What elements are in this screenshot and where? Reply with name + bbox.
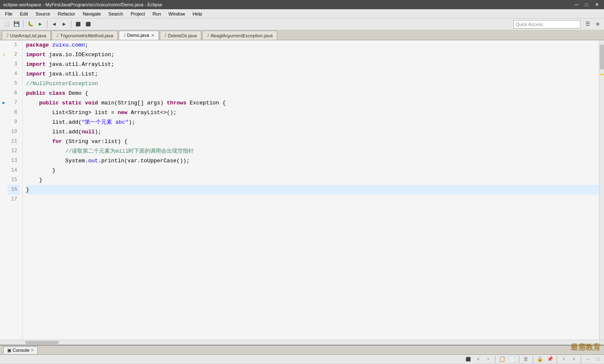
code-line-12: //读取第二个元素为mill时下面的调用会出现空指针 bbox=[26, 146, 599, 156]
gutter-row-8 bbox=[0, 108, 8, 117]
quick-access-input[interactable]: Quick Access bbox=[513, 20, 581, 29]
code-line-8: List<String> list = new ArrayList<>(); bbox=[26, 108, 599, 117]
tab-close-button[interactable]: ✕ bbox=[151, 33, 154, 38]
tab-usearraylist[interactable]: J UseArrayList.java bbox=[2, 31, 51, 40]
line-num-12: 12 bbox=[8, 146, 20, 156]
line-num-8: 8 bbox=[8, 108, 20, 117]
new-button[interactable]: ⬜ bbox=[2, 20, 11, 29]
maximize-button[interactable]: □ bbox=[583, 2, 590, 8]
console-maximize-btn[interactable]: □ bbox=[593, 355, 602, 364]
title-controls[interactable]: ─ □ ✕ bbox=[573, 2, 601, 8]
toolbar-separator-3 bbox=[71, 21, 71, 28]
console-stop-btn[interactable]: ⬛ bbox=[463, 355, 473, 364]
code-line-2: import java.io.IOException; bbox=[26, 50, 599, 60]
code-line-7: public static void main(String[] args) t… bbox=[26, 98, 599, 108]
code-editor[interactable]: package zuixu.comn; import java.io.IOExc… bbox=[23, 40, 599, 340]
console-sep4 bbox=[557, 356, 557, 363]
toolbar: ⬜ 💾 🐛 ▶ ◀ ▶ ⬛ ⬛ Quick Access ☰ ⚙ bbox=[0, 18, 604, 30]
scroll-marker-warn bbox=[600, 74, 604, 75]
code-line-9: list.add("第一个元素 abc"); bbox=[26, 117, 599, 127]
console-expand-btn[interactable]: ⬆ bbox=[559, 355, 568, 364]
menu-navigate[interactable]: Navigate bbox=[79, 10, 104, 17]
h-scrollbar[interactable] bbox=[0, 340, 604, 345]
line-num-11: 11 bbox=[8, 137, 20, 146]
tab-label: DeleteDir.java bbox=[168, 33, 197, 38]
menu-source[interactable]: Source bbox=[32, 10, 54, 17]
tab-deletedir[interactable]: J DeleteDir.java bbox=[160, 31, 201, 40]
tab-label: UseArrayList.java bbox=[10, 33, 46, 38]
java-file-icon: J bbox=[6, 33, 8, 38]
gutter-row-10 bbox=[0, 127, 8, 137]
menu-refactor[interactable]: Refactor bbox=[55, 10, 79, 17]
line-num-9: 9 bbox=[8, 117, 20, 127]
gutter-row-3 bbox=[0, 60, 8, 69]
menu-search[interactable]: Search bbox=[105, 10, 127, 17]
java-file-icon3: J bbox=[123, 33, 125, 38]
console-tab[interactable]: ▣ Console ✕ bbox=[3, 346, 38, 354]
line-num-15: 15 bbox=[8, 175, 20, 185]
toolbar-right2[interactable]: ⚙ bbox=[593, 20, 602, 29]
editor-scrollbar[interactable] bbox=[599, 40, 604, 340]
tab-demo[interactable]: J Demo.java ✕ bbox=[119, 31, 159, 40]
line-num-2: 2 bbox=[8, 50, 20, 60]
prev-edit-button[interactable]: ◀ bbox=[49, 20, 59, 29]
tabs-bar: J UseArrayList.java J TrigonometricMetho… bbox=[0, 30, 604, 40]
menu-project[interactable]: Project bbox=[127, 10, 148, 17]
line-num-13: 13 bbox=[8, 156, 20, 166]
tab-trigonometric[interactable]: J TrigonometricMethod.java bbox=[52, 31, 118, 40]
console-minimize-btn[interactable]: — bbox=[583, 355, 592, 364]
code-line-17 bbox=[26, 195, 599, 204]
code-line-1: package zuixu.comn; bbox=[26, 40, 599, 50]
console-paste-btn[interactable]: 📄 bbox=[508, 355, 517, 364]
console-icon: ▣ bbox=[7, 348, 11, 353]
toolbar-extra1[interactable]: ⬛ bbox=[73, 20, 83, 29]
console-collapse-btn[interactable]: ⬇ bbox=[569, 355, 578, 364]
exec-arrow-icon: ▶ bbox=[3, 98, 5, 108]
java-file-icon4: J bbox=[164, 33, 167, 38]
tab-label: TrigonometricMethod.java bbox=[60, 33, 113, 38]
menu-edit[interactable]: Edit bbox=[17, 10, 31, 17]
console-pin-btn[interactable]: 📌 bbox=[545, 355, 555, 364]
menu-run[interactable]: Run bbox=[149, 10, 164, 17]
editor-gutter: ⚠ ▶ bbox=[0, 40, 8, 340]
toolbar-separator-1 bbox=[23, 21, 23, 28]
toolbar-right1[interactable]: ☰ bbox=[583, 20, 592, 29]
minimize-button[interactable]: ─ bbox=[573, 2, 580, 8]
gutter-row-5 bbox=[0, 79, 8, 88]
next-edit-button[interactable]: ▶ bbox=[60, 20, 69, 29]
console-terminate-btn[interactable]: ✕ bbox=[474, 355, 483, 364]
editor-wrapper: ⚠ ▶ bbox=[0, 40, 604, 345]
line-num-10: 10 bbox=[8, 127, 20, 137]
console-disconnect-btn[interactable]: ⚡ bbox=[484, 355, 493, 364]
console-copy-btn[interactable]: 📋 bbox=[497, 355, 507, 364]
console-scroll-lock-btn[interactable]: 🔒 bbox=[535, 355, 544, 364]
close-button[interactable]: ✕ bbox=[593, 2, 601, 8]
tab-illegalarg[interactable]: J IlleaglArgumentException.java bbox=[202, 31, 277, 40]
gutter-row-4 bbox=[0, 69, 8, 79]
title-bar: eclipse-workspace - MyFirstJavaProgram/s… bbox=[0, 0, 604, 9]
gutter-row-7: ▶ bbox=[0, 98, 8, 108]
code-line-15: } bbox=[26, 175, 599, 185]
line-num-17: 17 bbox=[8, 195, 20, 204]
menu-help[interactable]: Help bbox=[189, 10, 206, 17]
code-line-14: } bbox=[26, 166, 599, 175]
menu-bar: File Edit Source Refactor Navigate Searc… bbox=[0, 9, 604, 18]
toolbar-extra2[interactable]: ⬛ bbox=[83, 20, 93, 29]
quick-access-label: Quick Access bbox=[515, 22, 543, 27]
line-num-16: 16 bbox=[8, 185, 20, 195]
console-tab-label: Console bbox=[13, 348, 29, 353]
scroll-thumb[interactable] bbox=[600, 44, 604, 70]
console-tab-close[interactable]: ✕ bbox=[31, 348, 34, 352]
console-header: ▣ Console ✕ bbox=[0, 346, 604, 355]
main-area: ⚠ ▶ bbox=[0, 40, 604, 345]
debug-button[interactable]: 🐛 bbox=[26, 20, 35, 29]
run-button[interactable]: ▶ bbox=[36, 20, 45, 29]
menu-window[interactable]: Window bbox=[165, 10, 188, 17]
gutter-row-17 bbox=[0, 195, 8, 204]
code-line-6: public class Demo { bbox=[26, 88, 599, 98]
save-button[interactable]: 💾 bbox=[12, 20, 21, 29]
h-scroll-thumb[interactable] bbox=[25, 341, 59, 344]
console-clear-btn[interactable]: 🗑 bbox=[521, 355, 531, 364]
menu-file[interactable]: File bbox=[2, 10, 16, 17]
line-num-3: 3 bbox=[8, 60, 20, 69]
